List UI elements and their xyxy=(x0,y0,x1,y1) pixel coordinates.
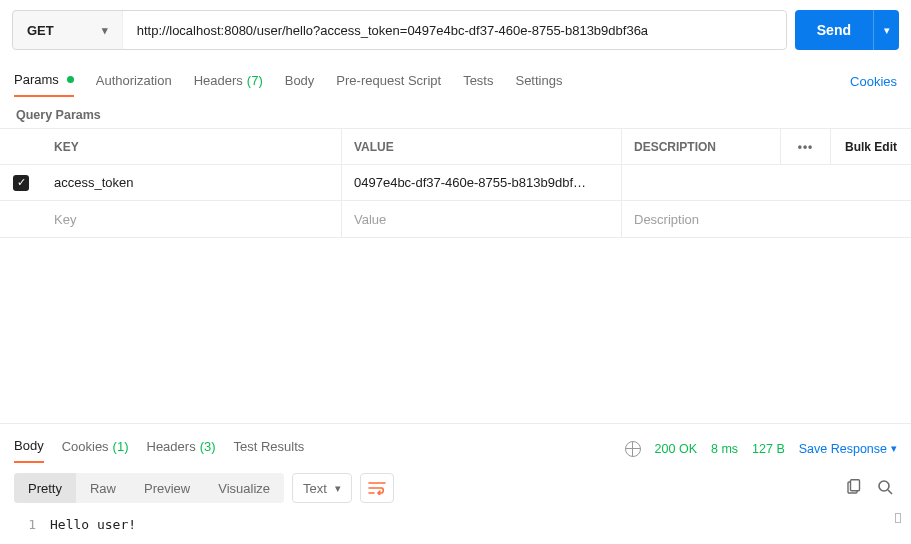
tab-headers[interactable]: Headers (7) xyxy=(194,67,263,96)
http-method-select[interactable]: GET ▾ xyxy=(13,11,122,49)
query-params-heading: Query Params xyxy=(0,98,911,128)
response-body[interactable]: 1 Hello user! xyxy=(0,513,911,544)
line-wrap-icon xyxy=(368,481,386,495)
url-input[interactable]: http://localhost:8080/user/hello?access_… xyxy=(122,11,786,49)
response-tab-test-results[interactable]: Test Results xyxy=(234,435,305,462)
response-type-label: Text xyxy=(303,481,327,496)
response-tab-cookies-label: Cookies xyxy=(62,439,109,454)
response-tab-headers-label: Headers xyxy=(147,439,196,454)
ellipsis-icon: ••• xyxy=(798,140,814,154)
param-key-placeholder[interactable]: Key xyxy=(42,201,342,237)
svg-point-2 xyxy=(879,481,889,491)
row-checkbox[interactable]: ✓ xyxy=(13,175,29,191)
response-tab-headers-count: (3) xyxy=(200,439,216,454)
line-number: 1 xyxy=(0,517,50,532)
response-type-select[interactable]: Text ▾ xyxy=(292,473,352,503)
copy-icon xyxy=(845,479,861,495)
viewer-tab-visualize[interactable]: Visualize xyxy=(204,473,284,503)
chevron-down-icon: ▾ xyxy=(335,482,341,495)
response-tab-headers[interactable]: Headers (3) xyxy=(147,435,216,462)
active-dot-icon xyxy=(67,76,74,83)
table-header-row: KEY VALUE DESCRIPTION ••• Bulk Edit xyxy=(0,129,911,165)
svg-rect-1 xyxy=(851,479,860,490)
viewer-tab-preview[interactable]: Preview xyxy=(130,473,204,503)
tab-authorization[interactable]: Authorization xyxy=(96,67,172,96)
tab-tests[interactable]: Tests xyxy=(463,67,493,96)
send-button[interactable]: Send xyxy=(795,10,873,50)
viewer-tabs: Pretty Raw Preview Visualize xyxy=(14,473,284,503)
response-tab-body[interactable]: Body xyxy=(14,434,44,463)
save-response-button[interactable]: Save Response ▾ xyxy=(799,442,897,456)
url-text: http://localhost:8080/user/hello?access_… xyxy=(137,23,648,38)
viewer-tab-raw[interactable]: Raw xyxy=(76,473,130,503)
viewer-tab-pretty[interactable]: Pretty xyxy=(14,473,76,503)
response-body-line: Hello user! xyxy=(50,517,136,532)
globe-icon[interactable] xyxy=(625,441,641,457)
save-response-label: Save Response xyxy=(799,442,887,456)
status-code: 200 OK xyxy=(655,442,697,456)
chevron-down-icon: ▾ xyxy=(891,442,897,455)
tab-params-label: Params xyxy=(14,72,59,87)
line-wrap-button[interactable] xyxy=(360,473,394,503)
bulk-edit-button[interactable]: Bulk Edit xyxy=(831,129,911,164)
table-row: ✓ access_token 0497e4bc-df37-460e-8755-b… xyxy=(0,165,911,201)
svg-line-3 xyxy=(888,490,892,494)
search-icon xyxy=(877,479,893,495)
copy-button[interactable] xyxy=(841,475,865,502)
tab-prerequest[interactable]: Pre-request Script xyxy=(336,67,441,96)
http-method-label: GET xyxy=(27,23,54,38)
status-size: 127 B xyxy=(752,442,785,456)
chevron-down-icon: ▾ xyxy=(884,24,890,37)
cookies-link[interactable]: Cookies xyxy=(850,74,897,89)
param-key-input[interactable]: access_token xyxy=(42,165,342,200)
chevron-down-icon: ▾ xyxy=(102,24,108,37)
param-description-input[interactable] xyxy=(622,165,911,200)
table-row-empty: Key Value Description xyxy=(0,201,911,237)
minimap-scroll[interactable] xyxy=(895,513,901,523)
tab-settings[interactable]: Settings xyxy=(515,67,562,96)
response-tab-cookies[interactable]: Cookies (1) xyxy=(62,435,129,462)
param-value-placeholder[interactable]: Value xyxy=(342,201,622,237)
col-description: DESCRIPTION xyxy=(622,129,781,164)
tab-body[interactable]: Body xyxy=(285,67,315,96)
response-tab-cookies-count: (1) xyxy=(113,439,129,454)
search-button[interactable] xyxy=(873,475,897,502)
col-value: VALUE xyxy=(342,129,622,164)
tab-headers-label: Headers xyxy=(194,73,243,88)
col-key: KEY xyxy=(42,129,342,164)
tab-headers-count: (7) xyxy=(247,73,263,88)
send-dropdown-button[interactable]: ▾ xyxy=(873,10,899,50)
tab-params[interactable]: Params xyxy=(14,66,74,97)
param-value-input[interactable]: 0497e4bc-df37-460e-8755-b813b9dbf… xyxy=(342,165,622,200)
status-time: 8 ms xyxy=(711,442,738,456)
query-params-table: KEY VALUE DESCRIPTION ••• Bulk Edit ✓ ac… xyxy=(0,128,911,238)
param-description-placeholder[interactable]: Description xyxy=(622,201,911,237)
col-more-button[interactable]: ••• xyxy=(781,129,831,164)
